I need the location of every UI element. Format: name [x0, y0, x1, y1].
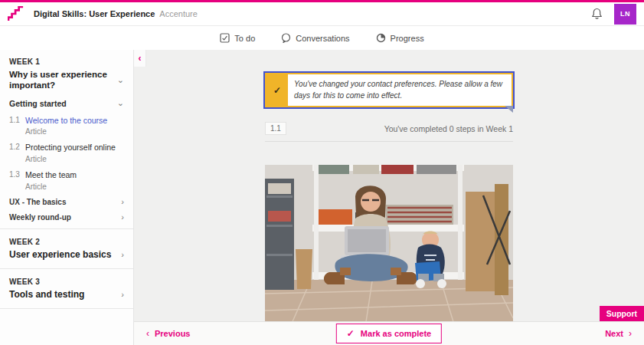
- user-avatar[interactable]: LN: [614, 4, 636, 25]
- course-title: Digital Skills: User Experience: [34, 9, 155, 18]
- step-type: Article: [25, 127, 107, 136]
- conversations-icon: [281, 33, 291, 43]
- course-photo-illustration: [265, 165, 513, 332]
- chevron-down-icon: ⌄: [117, 76, 124, 84]
- sidebar-divider: [0, 308, 133, 309]
- tab-todo[interactable]: To do: [220, 33, 255, 43]
- course-partner: Accenture: [159, 9, 198, 18]
- chevron-down-icon: ⌄: [117, 99, 124, 107]
- week3-title: Tools and testing: [9, 289, 84, 301]
- previous-label: Previous: [155, 329, 190, 338]
- week-progress-summary: You've completed 0 steps in Week 1: [384, 124, 513, 133]
- check-icon: ✓: [273, 85, 281, 96]
- week3-label: WEEK 3: [9, 278, 124, 286]
- sidebar-week1-section: WEEK 1 Why is user experience important?…: [0, 58, 133, 222]
- next-step-button[interactable]: Next ›: [605, 328, 632, 339]
- chevron-right-icon: ›: [121, 251, 124, 259]
- week2-label: WEEK 2: [9, 238, 124, 246]
- sidebar-collapse-button[interactable]: ‹: [134, 50, 146, 67]
- notification-check-block: ✓: [266, 74, 288, 106]
- header: Digital Skills: User Experience Accentur…: [0, 2, 644, 25]
- week2-title: User experience basics: [9, 249, 111, 261]
- activity-weekly-roundup-title: Weekly round-up: [9, 213, 71, 222]
- futurelearn-logo-icon[interactable]: [8, 6, 25, 21]
- sidebar-week3-toggle[interactable]: Tools and testing ›: [9, 289, 124, 301]
- activity-ux-basics-title: UX - The basics: [9, 198, 66, 206]
- sidebar-week1-toggle[interactable]: Why is user experience important? ⌄: [9, 69, 124, 91]
- step-title: Meet the team: [25, 170, 77, 179]
- notification-tail: [505, 106, 513, 113]
- sidebar-divider: [0, 268, 133, 269]
- tab-todo-label: To do: [234, 34, 255, 43]
- contact-preferences-notification[interactable]: ✓ You've changed your contact preference…: [265, 73, 513, 107]
- step-content: ✓ You've changed your contact preference…: [265, 50, 513, 332]
- step-number: 1.1: [9, 116, 20, 136]
- step-title: Welcome to the course: [25, 116, 107, 125]
- sidebar-week2-section: WEEK 2 User experience basics ›: [0, 238, 133, 261]
- course-photo: [265, 165, 513, 332]
- step-type: Article: [25, 155, 116, 163]
- sidebar-activity-weekly-roundup[interactable]: Weekly round-up ›: [9, 213, 124, 222]
- check-icon: ✓: [347, 328, 355, 339]
- previous-step-button[interactable]: ‹ Previous: [146, 328, 190, 339]
- bell-icon: [591, 8, 603, 20]
- notifications-bell-button[interactable]: [587, 4, 606, 24]
- chevron-right-icon: ›: [121, 213, 124, 222]
- sidebar-step-1-2[interactable]: 1.2 Protecting yourself online Article: [9, 143, 124, 163]
- week1-label: WEEK 1: [9, 58, 124, 66]
- tab-conversations-label: Conversations: [296, 34, 349, 43]
- sidebar-activity-ux-basics[interactable]: UX - The basics ›: [9, 198, 124, 206]
- sidebar-week3-section: WEEK 3 Tools and testing ›: [0, 278, 133, 301]
- sidebar-divider: [0, 228, 133, 229]
- sidebar-week2-toggle[interactable]: User experience basics ›: [9, 249, 124, 261]
- course-tabbar: To do Conversations Progress: [0, 25, 644, 50]
- step-progress-row: 1.1 You've completed 0 steps in Week 1: [265, 122, 513, 142]
- chevron-right-icon: ›: [629, 328, 632, 339]
- week1-title: Why is user experience important?: [9, 69, 117, 91]
- mark-complete-label: Mark as complete: [361, 329, 431, 338]
- step-number: 1.2: [9, 143, 20, 163]
- course-sidebar: WEEK 1 Why is user experience important?…: [0, 50, 134, 345]
- step-title: Protecting yourself online: [25, 143, 116, 152]
- sidebar-step-1-1[interactable]: 1.1 Welcome to the course Article: [9, 116, 124, 136]
- chevron-left-icon: ‹: [146, 328, 149, 339]
- tab-progress-label: Progress: [391, 34, 424, 43]
- tab-progress[interactable]: Progress: [376, 33, 424, 43]
- todo-checkbox-icon: [220, 33, 230, 43]
- mark-as-complete-button[interactable]: ✓ Mark as complete: [336, 324, 442, 343]
- step-number: 1.3: [9, 170, 20, 191]
- app-body: WEEK 1 Why is user experience important?…: [0, 50, 644, 345]
- chevron-right-icon: ›: [121, 291, 124, 299]
- chevron-left-icon: ‹: [139, 54, 142, 63]
- step-navigation-bar: ‹ Previous ✓ Mark as complete Next ›: [134, 321, 644, 345]
- current-step-number: 1.1: [265, 122, 286, 135]
- chevron-right-icon: ›: [121, 198, 124, 206]
- step-type: Article: [25, 182, 77, 191]
- main-content: ‹ ✓ You've changed your contact preferen…: [134, 50, 644, 345]
- sidebar-activity-getting-started[interactable]: Getting started ⌄: [9, 99, 124, 108]
- next-label: Next: [605, 329, 623, 338]
- sidebar-step-1-3[interactable]: 1.3 Meet the team Article: [9, 170, 124, 191]
- tab-conversations[interactable]: Conversations: [281, 33, 349, 43]
- notification-text: You've changed your contact preferences.…: [288, 74, 512, 106]
- activity-getting-started-title: Getting started: [9, 99, 67, 108]
- progress-ring-icon: [376, 33, 386, 43]
- support-button[interactable]: Support: [600, 306, 644, 321]
